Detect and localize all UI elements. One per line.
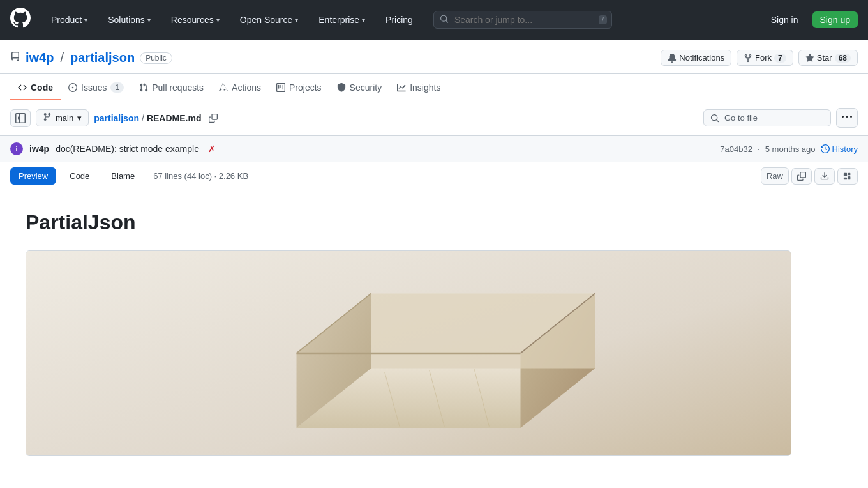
notifications-label: Notifications bbox=[679, 53, 724, 63]
fork-label: Fork bbox=[755, 53, 772, 63]
nav-enterprise[interactable]: Enterprise ▾ bbox=[313, 11, 370, 29]
notifications-button[interactable]: Notifications bbox=[661, 50, 731, 66]
issue-icon bbox=[68, 83, 77, 92]
readme-image bbox=[26, 250, 791, 456]
tab-security-label: Security bbox=[350, 82, 382, 93]
tab-code[interactable]: Code bbox=[10, 75, 61, 100]
commit-meta: 7a04b32 · 5 months ago History bbox=[720, 144, 858, 154]
tab-pr-label: Pull requests bbox=[152, 82, 204, 93]
breadcrumb-separator: / bbox=[142, 113, 144, 123]
top-navigation: Product ▾ Solutions ▾ Resources ▾ Open S… bbox=[0, 0, 868, 40]
tab-insights[interactable]: Insights bbox=[389, 75, 448, 100]
download-icon bbox=[820, 172, 829, 181]
insights-icon bbox=[397, 83, 406, 92]
sign-in-button[interactable]: Sign in bbox=[765, 11, 805, 28]
sign-up-button[interactable]: Sign up bbox=[812, 11, 858, 28]
nav-resources-label: Resources bbox=[171, 15, 214, 25]
chevron-down-icon: ▾ bbox=[362, 17, 365, 24]
tab-issues[interactable]: Issues 1 bbox=[61, 75, 131, 100]
readme-content: PartialJson bbox=[0, 190, 817, 477]
commit-sha[interactable]: 7a04b32 bbox=[720, 144, 752, 154]
breadcrumb-repo-link[interactable]: partialjson bbox=[94, 113, 139, 123]
repo-actions: Notifications Fork 7 Star 68 bbox=[661, 50, 858, 66]
ellipsis-icon bbox=[842, 112, 852, 122]
github-logo[interactable] bbox=[10, 8, 31, 32]
repo-tabs: Code Issues 1 Pull requests Actions Proj… bbox=[0, 74, 868, 100]
repo-visibility-badge: Public bbox=[140, 52, 172, 64]
blame-tab-button[interactable]: Blame bbox=[103, 167, 143, 185]
nav-product-label: Product bbox=[51, 15, 82, 25]
search-icon bbox=[710, 114, 719, 123]
copy-icon bbox=[797, 172, 806, 181]
tab-actions-label: Actions bbox=[232, 82, 261, 93]
raw-button[interactable]: Raw bbox=[761, 167, 789, 185]
copy-path-button[interactable] bbox=[206, 111, 220, 125]
readme-content-area: PartialJson bbox=[0, 190, 868, 488]
commit-row: i iw4p doc(README): strict mode example … bbox=[0, 136, 868, 162]
issues-count: 1 bbox=[110, 82, 124, 93]
star-button[interactable]: Star 68 bbox=[798, 50, 858, 66]
code-tab-button[interactable]: Code bbox=[61, 167, 98, 185]
tab-security[interactable]: Security bbox=[329, 75, 390, 100]
nav-pricing-label: Pricing bbox=[385, 15, 413, 25]
svg-marker-4 bbox=[371, 293, 595, 368]
outline-button[interactable] bbox=[837, 168, 858, 185]
repo-icon bbox=[10, 52, 20, 65]
nav-right-actions: Sign in Sign up bbox=[765, 11, 858, 28]
copy-raw-button[interactable] bbox=[791, 168, 812, 185]
chevron-down-icon: ▾ bbox=[147, 17, 151, 24]
commit-message: doc(README): strict mode example bbox=[56, 144, 199, 154]
repo-name-link[interactable]: partialjson bbox=[70, 50, 135, 65]
file-meta: 67 lines (44 loc) · 2.26 KB bbox=[153, 171, 248, 181]
commit-status-icon: ✗ bbox=[208, 144, 216, 154]
avatar: i bbox=[10, 142, 23, 155]
tab-pull-requests[interactable]: Pull requests bbox=[131, 75, 211, 100]
history-label: History bbox=[832, 144, 858, 154]
history-button[interactable]: History bbox=[821, 144, 858, 154]
nav-enterprise-label: Enterprise bbox=[318, 15, 359, 25]
nav-product[interactable]: Product ▾ bbox=[46, 11, 93, 29]
branch-name: main bbox=[56, 113, 73, 123]
branch-chevron-icon: ▾ bbox=[77, 113, 82, 123]
nav-open-source[interactable]: Open Source ▾ bbox=[235, 11, 304, 29]
file-browser-header: main ▾ partialjson / README.md Go to fil… bbox=[0, 100, 868, 136]
nav-pricing[interactable]: Pricing bbox=[380, 11, 418, 29]
search-kbd: / bbox=[599, 15, 607, 24]
chevron-down-icon: ▾ bbox=[84, 17, 87, 24]
projects-icon bbox=[276, 83, 285, 92]
search-input[interactable] bbox=[433, 11, 612, 29]
file-view-header: Preview Code Blame 67 lines (44 loc) · 2… bbox=[0, 162, 868, 190]
tab-actions[interactable]: Actions bbox=[211, 75, 269, 100]
nav-solutions[interactable]: Solutions ▾ bbox=[103, 11, 156, 29]
sidebar-toggle-button[interactable] bbox=[10, 109, 31, 127]
branch-icon bbox=[43, 112, 52, 123]
download-button[interactable] bbox=[814, 168, 835, 185]
readme-title: PartialJson bbox=[26, 211, 791, 240]
star-label: Star bbox=[817, 53, 832, 63]
commit-author[interactable]: iw4p bbox=[29, 144, 49, 154]
copy-icon bbox=[209, 114, 218, 123]
fork-button[interactable]: Fork 7 bbox=[737, 50, 793, 66]
actions-icon bbox=[219, 83, 228, 92]
pr-icon bbox=[139, 83, 148, 92]
repo-owner-link[interactable]: iw4p bbox=[26, 50, 54, 65]
repo-header: iw4p / partialjson Public Notifications … bbox=[0, 40, 868, 74]
go-to-file-button[interactable]: Go to file bbox=[703, 109, 831, 126]
tab-issues-label: Issues bbox=[81, 82, 107, 93]
chevron-down-icon: ▾ bbox=[216, 17, 220, 24]
nav-resources[interactable]: Resources ▾ bbox=[166, 11, 225, 29]
file-tools: Raw bbox=[761, 167, 858, 185]
tab-code-label: Code bbox=[31, 82, 53, 93]
tab-projects[interactable]: Projects bbox=[269, 75, 329, 100]
breadcrumb-file: README.md bbox=[147, 113, 202, 123]
branch-selector[interactable]: main ▾ bbox=[36, 109, 89, 126]
search-icon bbox=[440, 15, 449, 26]
breadcrumb: partialjson / README.md bbox=[94, 113, 201, 123]
preview-tab-button[interactable]: Preview bbox=[10, 167, 56, 185]
tab-insights-label: Insights bbox=[410, 82, 440, 93]
chevron-down-icon: ▾ bbox=[295, 17, 298, 24]
nav-solutions-label: Solutions bbox=[108, 15, 145, 25]
more-options-button[interactable] bbox=[836, 108, 858, 128]
readme-hero-image bbox=[26, 251, 791, 455]
code-icon bbox=[18, 83, 27, 92]
